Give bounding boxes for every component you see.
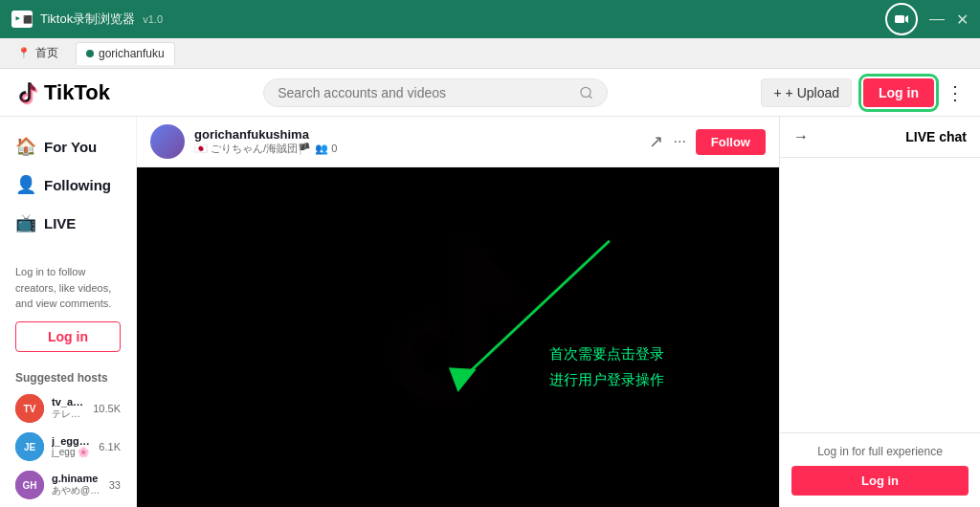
- chat-title: LIVE chat: [905, 129, 967, 144]
- tab-home[interactable]: 📍 首页: [8, 41, 68, 65]
- host-sub-1: j_egg 🌸: [52, 447, 91, 457]
- host-sub-2: あやめ@バックられ...: [52, 484, 101, 497]
- share-button[interactable]: ↗: [649, 131, 663, 152]
- nav-right: + + Upload Log in ⋮: [761, 78, 965, 107]
- live-icon: 📺: [15, 212, 34, 233]
- host-info-2: g.hiname あやめ@バックられ...: [52, 473, 101, 497]
- host-item-1[interactable]: JE j_egg2022 j_egg 🌸 6.1K: [15, 432, 121, 461]
- host-avatar-1: JE: [15, 432, 44, 461]
- tab-bar: 📍 首页 gorichanfuku: [0, 38, 980, 69]
- login-hint-line1: 首次需要点击登录: [549, 341, 664, 366]
- app-icon: [11, 11, 33, 28]
- video-header: gorichanfukushima 🇯🇵 ごりちゃん/海賊団🏴 👥 0 ↗ ··…: [137, 117, 779, 167]
- title-bar-left: Tiktok录制浏览器 v1.0: [11, 11, 163, 28]
- video-container: 首次需要点击登录 进行用户登录操作: [137, 167, 779, 507]
- chat-header: → LIVE chat: [780, 117, 980, 158]
- streamer-viewers: 👥 0: [315, 143, 337, 155]
- svg-text:JE: JE: [24, 442, 36, 452]
- chat-footer: Log in for full experience Log in: [780, 432, 980, 507]
- host-item-0[interactable]: TV tv_asahi_n... テレ朝news【公式】 10.5K: [15, 394, 121, 423]
- streamer-more-button[interactable]: ···: [673, 133, 685, 150]
- chat-collapse-button[interactable]: →: [793, 128, 809, 145]
- logo-text: TikTok: [44, 80, 110, 105]
- sidebar: 🏠 For You 👤 Following 📺 LIVE Log in to f…: [0, 117, 137, 507]
- sidebar-item-for-you[interactable]: 🏠 For You: [0, 128, 136, 165]
- more-button[interactable]: ⋮: [946, 81, 965, 104]
- tab-active-label: gorichanfuku: [99, 47, 165, 60]
- streamer-badges: 🇯🇵 ごりちゃん/海賊団🏴: [194, 142, 311, 156]
- tab-active[interactable]: gorichanfuku: [76, 42, 175, 65]
- svg-point-4: [581, 87, 590, 97]
- host-name-0: tv_asahi_n...: [52, 396, 85, 408]
- host-count-0: 10.5K: [93, 403, 121, 414]
- search-icon: [579, 85, 593, 100]
- home-tab-icon: 📍: [17, 47, 31, 59]
- sidebar-following-label: Following: [44, 177, 111, 193]
- title-bar: Tiktok录制浏览器 v1.0 — ✕: [0, 0, 980, 38]
- suggested-hosts: Suggested hosts TV tv_asahi_n... テレ朝news…: [0, 360, 136, 508]
- streamer-avatar: [150, 124, 185, 159]
- host-info-1: j_egg2022 j_egg 🌸: [52, 435, 91, 457]
- title-bar-right: — ✕: [885, 3, 969, 35]
- chat-login-text: Log in for full experience: [791, 445, 969, 458]
- sidebar-login-button[interactable]: Log in: [15, 321, 121, 352]
- host-avatar-0: TV: [15, 394, 44, 423]
- main-video-area: gorichanfukushima 🇯🇵 ごりちゃん/海賊団🏴 👥 0 ↗ ··…: [137, 117, 779, 507]
- upload-icon: +: [773, 85, 781, 100]
- sidebar-login-section: Log in to follow creators, like videos, …: [0, 256, 136, 360]
- login-button[interactable]: Log in: [863, 78, 934, 107]
- host-count-2: 33: [109, 479, 121, 491]
- upload-label: + Upload: [786, 85, 839, 100]
- tab-active-dot: [86, 50, 94, 57]
- chat-sidebar: → LIVE chat Log in for full experience L…: [779, 117, 980, 507]
- sidebar-item-following[interactable]: 👤 Following: [0, 166, 136, 203]
- tiktok-logo[interactable]: TikTok: [15, 80, 110, 105]
- app-container: TikTok + + Upload Log in ⋮ 🏠 For Y: [0, 69, 980, 507]
- login-hint: 首次需要点击登录 进行用户登录操作: [549, 341, 664, 392]
- host-info-0: tv_asahi_n... テレ朝news【公式】: [52, 396, 85, 421]
- host-avatar-2: GH: [15, 471, 44, 499]
- sidebar-nav: 🏠 For You 👤 Following 📺 LIVE: [0, 128, 136, 241]
- top-nav: TikTok + + Upload Log in ⋮: [0, 69, 980, 117]
- host-avatar-img-2: GH: [15, 471, 44, 499]
- host-name-1: j_egg2022: [52, 435, 91, 447]
- sidebar-live-label: LIVE: [44, 215, 76, 231]
- streamer-info: gorichanfukushima 🇯🇵 ごりちゃん/海賊団🏴 👥 0: [194, 127, 639, 156]
- search-input[interactable]: [278, 85, 579, 100]
- tiktok-watermark-svg: [363, 231, 554, 441]
- app-version: v1.0: [143, 13, 163, 25]
- sidebar-for-you-label: For You: [44, 139, 97, 155]
- tab-home-label: 首页: [35, 45, 58, 61]
- follow-button[interactable]: Follow: [696, 129, 766, 155]
- chat-body: [780, 158, 980, 432]
- streamer-actions: ↗ ··· Follow: [649, 129, 766, 155]
- streamer-name: gorichanfukushima: [194, 127, 639, 142]
- svg-line-5: [589, 95, 591, 98]
- host-sub-0: テレ朝news【公式】: [52, 408, 85, 421]
- svg-marker-3: [905, 15, 908, 23]
- upload-button[interactable]: + + Upload: [761, 78, 852, 107]
- sidebar-item-live[interactable]: 📺 LIVE: [0, 205, 136, 241]
- host-avatar-img-1: JE: [15, 432, 44, 461]
- content-area: 🏠 For You 👤 Following 📺 LIVE Log in to f…: [0, 117, 980, 507]
- svg-rect-2: [895, 15, 904, 23]
- streamer-sub: 🇯🇵 ごりちゃん/海賊団🏴 👥 0: [194, 142, 639, 156]
- sidebar-login-text: Log in to follow creators, like videos, …: [15, 264, 121, 312]
- host-name-2: g.hiname: [52, 473, 101, 484]
- login-hint-line2: 进行用户登录操作: [549, 366, 664, 392]
- suggested-title: Suggested hosts: [15, 371, 121, 385]
- host-count-1: 6.1K: [99, 441, 121, 452]
- chat-login-button[interactable]: Log in: [791, 466, 969, 496]
- close-button[interactable]: ✕: [956, 11, 969, 29]
- video-watermark: [363, 231, 554, 445]
- camera-button[interactable]: [885, 3, 918, 35]
- search-bar[interactable]: [263, 78, 608, 107]
- minimize-button[interactable]: —: [929, 11, 945, 28]
- svg-text:GH: GH: [23, 480, 37, 491]
- app-title: Tiktok录制浏览器: [40, 11, 135, 28]
- host-item-2[interactable]: GH g.hiname あやめ@バックられ... 33: [15, 471, 121, 499]
- host-avatar-img-0: TV: [15, 394, 44, 423]
- svg-text:TV: TV: [24, 404, 36, 414]
- following-icon: 👤: [15, 174, 34, 195]
- home-icon: 🏠: [15, 136, 34, 157]
